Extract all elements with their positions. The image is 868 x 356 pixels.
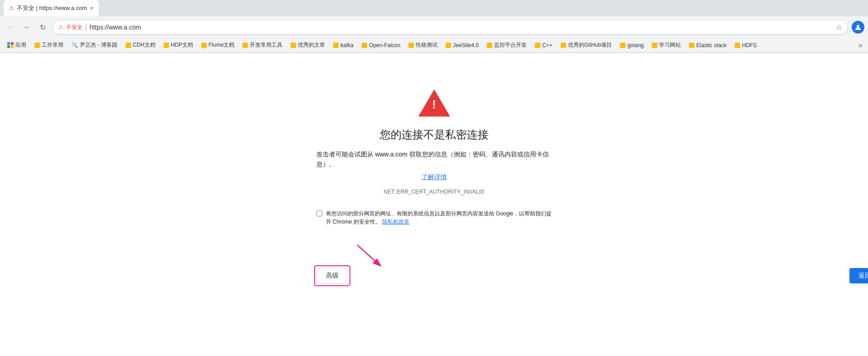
bookmark-folder-icon-4 (201, 43, 207, 48)
bookmark-folder-icon-16 (689, 43, 694, 48)
bookmark-jeesite-label: JeeSite4.0 (453, 42, 479, 49)
bookmark-hdp[interactable]: HDP文档 (160, 39, 197, 51)
bookmark-devtools-label: 开发常用工具 (250, 41, 282, 49)
bookmark-jeesite[interactable]: JeeSite4.0 (442, 40, 482, 50)
security-label: 不安全 (66, 24, 82, 31)
bookmark-cpp[interactable]: C++ (531, 40, 556, 50)
apps-grid-icon (7, 42, 14, 49)
bookmark-golang[interactable]: golang (616, 40, 647, 50)
svg-line-1 (357, 245, 380, 265)
bookmark-personality[interactable]: 性格测试 (405, 39, 441, 51)
bookmark-openfalcon[interactable]: Open-Falcon (358, 40, 404, 50)
bookmark-folder-icon-9 (408, 43, 414, 48)
bookmark-github[interactable]: 优秀的GitHub项目 (557, 39, 616, 51)
bookmark-apps[interactable]: 应用 (4, 39, 30, 51)
bookmark-cdh[interactable]: CDH文档 (122, 39, 159, 51)
error-title: 您的连接不是私密连接 (380, 127, 489, 142)
separator: | (85, 24, 87, 31)
address-bar-row: ← → ↻ ⚠ 不安全 | https://www.a.com ☆ (0, 16, 868, 38)
bookmark-learning[interactable]: 学习网站 (648, 39, 684, 51)
advanced-button-wrap: 高级 (316, 268, 348, 284)
bookmark-github-label: 优秀的GitHub项目 (568, 41, 612, 49)
bookmark-monitor[interactable]: 监控平台开发 (483, 39, 530, 51)
buttons-row: 高级 返回安全连接 (316, 268, 552, 284)
profile-button[interactable] (852, 21, 864, 34)
warning-triangle-icon (418, 89, 450, 117)
bookmark-articles-label: 优秀的文章 (298, 41, 325, 49)
error-content-area: 您的连接不是私密连接 攻击者可能会试图从 www.a.com 窃取您的信息（例如… (9, 89, 859, 284)
tab-favicon-icon: ⚠ (9, 5, 14, 11)
bookmark-folder-icon-10 (446, 43, 451, 48)
bookmark-folder-icon-12 (535, 43, 540, 48)
bookmark-personality-label: 性格测试 (416, 41, 437, 49)
active-tab[interactable]: ⚠ 不安全 | https://www.a.com × (4, 0, 99, 16)
bookmark-folder-icon-17 (735, 43, 740, 48)
back-button[interactable]: ← (4, 21, 16, 34)
bookmark-blog-label: 尹正杰 - 博客园 (80, 41, 117, 49)
page-content: 您的连接不是私密连接 攻击者可能会试图从 www.a.com 窃取您的信息（例如… (0, 53, 868, 356)
error-description: 攻击者可能会试图从 www.a.com 窃取您的信息（例如：密码、通讯内容或信用… (316, 149, 552, 170)
bookmark-kafka[interactable]: kafka (330, 40, 357, 50)
error-code: NET::ERR_CERT_AUTHORITY_INVALID (383, 189, 484, 195)
bookmark-folder-icon-13 (561, 43, 566, 48)
bookmark-folder-icon-11 (487, 43, 492, 48)
bookmark-monitor-label: 监控平台开发 (494, 41, 527, 49)
forward-button[interactable]: → (20, 21, 33, 34)
bookmark-star-button[interactable]: ☆ (836, 23, 842, 32)
warning-icon-wrap (418, 89, 450, 117)
bookmark-flume[interactable]: Flume文档 (198, 39, 238, 51)
bookmark-hdfs[interactable]: HDFS (731, 40, 761, 50)
tab-close-button[interactable]: × (90, 5, 93, 12)
bookmark-folder-icon-7 (333, 43, 339, 48)
tab-bar: ⚠ 不安全 | https://www.a.com × (0, 0, 868, 16)
bookmark-work-label: 工作常用 (42, 41, 63, 49)
bookmark-folder-icon-5 (242, 43, 248, 48)
refresh-button[interactable]: ↻ (36, 21, 49, 34)
bookmark-devtools[interactable]: 开发常用工具 (239, 39, 286, 51)
bookmark-folder-icon (34, 43, 40, 48)
url-display[interactable]: https://www.a.com (90, 24, 833, 31)
bookmark-folder-icon-3 (164, 43, 169, 48)
privacy-checkbox-row: 将您访问的部分网页的网址、有限的系统信息以及部分网页内容发送给 Google，以… (316, 210, 552, 226)
bookmark-elastic[interactable]: Elastic stack (685, 40, 730, 50)
bookmark-folder-icon-14 (620, 43, 626, 48)
bookmark-articles[interactable]: 优秀的文章 (287, 39, 329, 51)
bookmark-blog-icon: 🔍 (72, 42, 78, 48)
bookmark-folder-icon-8 (362, 43, 367, 48)
bookmark-flume-label: Flume文档 (209, 41, 234, 49)
bookmark-hdfs-label: HDFS (742, 42, 757, 49)
address-bar[interactable]: ⚠ 不安全 | https://www.a.com ☆ (53, 20, 848, 34)
bookmark-learning-label: 学习网站 (659, 41, 681, 49)
bookmark-folder-icon-6 (291, 43, 296, 48)
bookmark-folder-icon-15 (652, 43, 657, 48)
bookmark-folder-icon-2 (126, 43, 131, 48)
tab-title: 不安全 | https://www.a.com (17, 4, 87, 12)
bookmark-cpp-label: C++ (542, 42, 553, 49)
bookmarks-more-button[interactable]: » (857, 39, 864, 51)
learn-more-link[interactable]: 了解详情 (422, 173, 447, 181)
bookmark-work[interactable]: 工作常用 (31, 39, 67, 51)
bookmarks-bar: 应用 工作常用 🔍 尹正杰 - 博客园 CDH文档 HDP文档 Flume文档 … (0, 38, 868, 53)
privacy-checkbox[interactable] (316, 210, 322, 216)
privacy-policy-link[interactable]: 隐私权政策 (382, 219, 409, 225)
bookmark-kafka-label: kafka (340, 42, 354, 49)
advanced-button[interactable]: 高级 (316, 268, 348, 284)
bookmark-golang-label: golang (627, 42, 644, 49)
bookmark-apps-label: 应用 (15, 41, 26, 49)
bookmark-elastic-label: Elastic stack (696, 42, 727, 49)
bookmark-openfalcon-label: Open-Falcon (369, 42, 400, 49)
bookmark-blog[interactable]: 🔍 尹正杰 - 博客园 (68, 39, 121, 51)
bookmark-hdp-label: HDP文档 (171, 41, 193, 49)
bookmark-cdh-label: CDH文档 (133, 41, 155, 49)
security-warning-icon: ⚠ (58, 24, 63, 30)
privacy-checkbox-label: 将您访问的部分网页的网址、有限的系统信息以及部分网页内容发送给 Google，以… (326, 210, 552, 226)
return-safe-connection-button[interactable]: 返回安全连接 (849, 268, 868, 283)
